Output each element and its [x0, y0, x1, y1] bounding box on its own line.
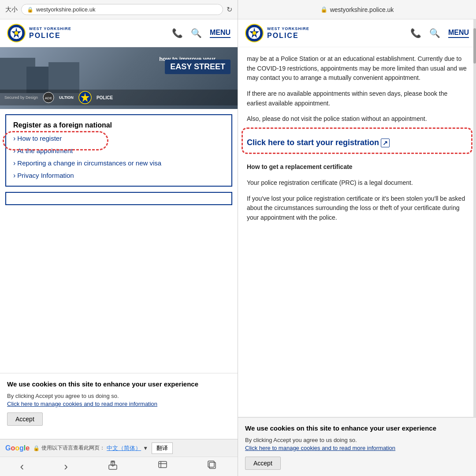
how-to-register-link[interactable]: How to register	[13, 135, 62, 142]
right-police-badge-icon	[245, 24, 264, 42]
right-scrollbar[interactable]	[473, 19, 476, 476]
right-cookie-body: By clicking Accept you agree to us doing…	[245, 436, 469, 452]
click-register-link[interactable]: Click here to start your registration ↗	[247, 138, 390, 147]
phone-icon[interactable]: 📞	[172, 28, 183, 38]
replacement-heading: How to get a replacement certificate	[247, 162, 467, 172]
right-phone-icon[interactable]: 📞	[410, 28, 421, 38]
bookmark-icon	[158, 461, 167, 470]
right-para2: If there are no available appointments w…	[247, 89, 467, 108]
left-cookie-link[interactable]: Click here to manage cookies and to read…	[7, 401, 157, 407]
google-logo: Google	[5, 444, 30, 452]
click-register-container: Click here to start your registration ↗	[247, 130, 467, 159]
refresh-icon[interactable]: ↻	[227, 5, 232, 14]
alarms-icon: ADE	[42, 91, 55, 104]
link-reporting-change[interactable]: Reporting a change in circumstances or n…	[13, 159, 224, 167]
translate-language-link[interactable]: 中文（简体）	[107, 444, 141, 452]
register-heading: Register as a foreign national	[13, 121, 224, 129]
left-nav-header: WEST YORKSHIRE POLICE 📞 🔍 MENU	[0, 19, 238, 47]
building-3	[48, 62, 79, 93]
right-accept-button[interactable]: Accept	[245, 457, 281, 470]
police-badge-icon	[7, 24, 26, 42]
share-button[interactable]	[108, 461, 118, 472]
register-links: How to register At the appointment Repor…	[13, 135, 224, 180]
search-icon[interactable]: 🔍	[191, 28, 202, 38]
tabs-icon	[208, 461, 217, 470]
police-text: WEST YORKSHIRE POLICE	[29, 26, 71, 40]
forward-button[interactable]: ›	[64, 460, 68, 473]
right-address-bar: 🔒 westyorkshire.police.uk	[238, 0, 476, 19]
svg-point-19	[253, 31, 256, 35]
left-accept-button[interactable]: Accept	[7, 412, 43, 426]
left-url-box[interactable]: 🔒 westyorkshire.police.uk	[21, 4, 223, 15]
right-menu-button[interactable]: MENU	[448, 29, 469, 38]
second-box	[5, 192, 232, 205]
link-privacy[interactable]: Privacy Information	[13, 172, 224, 180]
left-url-text: westyorkshire.police.uk	[36, 6, 95, 13]
svg-rect-15	[208, 461, 214, 467]
browser-bottom-nav: ‹ ›	[0, 457, 238, 476]
at-appointment-link[interactable]: At the appointment	[13, 147, 73, 154]
svg-rect-11	[159, 461, 167, 468]
right-cookie-link[interactable]: Click here to manage cookies and to read…	[245, 445, 395, 451]
share-icon	[108, 461, 118, 470]
right-main-content: may be at a Police Station or at an educ…	[238, 47, 476, 476]
back-button[interactable]: ‹	[20, 460, 24, 473]
svg-point-3	[15, 31, 18, 35]
replacement-para1: Your police registration certificate (PR…	[247, 178, 467, 188]
translate-button[interactable]: 翻译	[152, 442, 173, 454]
secured-by-design: Secured by Design	[4, 95, 38, 100]
left-address-bar: 大小 🔒 westyorkshire.police.uk ↻	[0, 0, 238, 19]
police-logo-small: POLICE	[97, 95, 113, 100]
left-cookie-body: By clicking Accept you agree to us doing…	[7, 392, 231, 408]
right-scrollbar-thumb[interactable]	[473, 28, 476, 64]
right-para1: may be at a Police Station or at an educ…	[247, 54, 467, 83]
link-how-to-register[interactable]: How to register	[13, 135, 224, 142]
right-panel: 🔒 westyorkshire.police.uk WEST YORKSHIRE…	[238, 0, 476, 476]
right-police-logo: WEST YORKSHIRE POLICE	[245, 24, 309, 42]
right-lock-icon: 🔒	[320, 6, 327, 13]
privacy-link[interactable]: Privacy Information	[13, 172, 74, 179]
right-para3: Also, please do not visit the police sta…	[247, 114, 467, 124]
left-cookie-banner: We use cookies on this site to enhance y…	[0, 373, 238, 432]
lock-small-icon: 🔒	[33, 445, 40, 451]
font-size-label[interactable]: 大小	[5, 6, 18, 14]
police-badge-small	[78, 90, 92, 105]
right-cookie-heading: We use cookies on this site to enhance y…	[245, 424, 469, 433]
svg-rect-14	[209, 462, 216, 469]
left-panel: 大小 🔒 westyorkshire.police.uk ↻ WEST YORK…	[0, 0, 238, 476]
banner-logos: Secured by Design ADE ULTION POLICE	[0, 90, 238, 105]
left-banner: how to improve your home security. EASY …	[0, 47, 238, 109]
register-box: Register as a foreign national How to re…	[5, 114, 232, 187]
right-nav-icons: 📞 🔍 MENU	[410, 28, 469, 38]
right-nav-header: WEST YORKSHIRE POLICE 📞 🔍 MENU	[238, 19, 476, 47]
dropdown-arrow-icon: ▼	[143, 445, 148, 451]
right-search-icon[interactable]: 🔍	[429, 28, 440, 38]
link-at-appointment[interactable]: At the appointment	[13, 147, 224, 155]
google-translate-bar: Google 🔒 使用以下语言查看此网页： 中文（简体） ▼ 翻译	[0, 439, 238, 457]
reporting-change-link[interactable]: Reporting a change in circumstances or n…	[13, 159, 161, 167]
external-link-icon: ↗	[381, 139, 390, 147]
easy-street-sign: EASY STREET	[165, 60, 231, 74]
right-police-text: WEST YORKSHIRE POLICE	[267, 26, 309, 40]
tabs-button[interactable]	[208, 461, 217, 472]
left-nav-icons: 📞 🔍 MENU	[172, 28, 231, 38]
menu-button[interactable]: MENU	[210, 29, 231, 38]
translate-prompt: 🔒 使用以下语言查看此网页： 中文（简体） ▼	[33, 444, 148, 452]
left-cookie-heading: We use cookies on this site to enhance y…	[7, 380, 231, 389]
replacement-para2: If you've lost your police registration …	[247, 194, 467, 223]
bookmark-button[interactable]	[158, 461, 167, 472]
police-logo: WEST YORKSHIRE POLICE	[7, 24, 71, 42]
ultion-logo: ULTION	[59, 95, 74, 100]
svg-text:ADE: ADE	[45, 96, 52, 100]
lock-icon: 🔒	[27, 7, 33, 13]
right-url-text: westyorkshire.police.uk	[330, 6, 394, 13]
right-cookie-banner: We use cookies on this site to enhance y…	[238, 417, 476, 476]
